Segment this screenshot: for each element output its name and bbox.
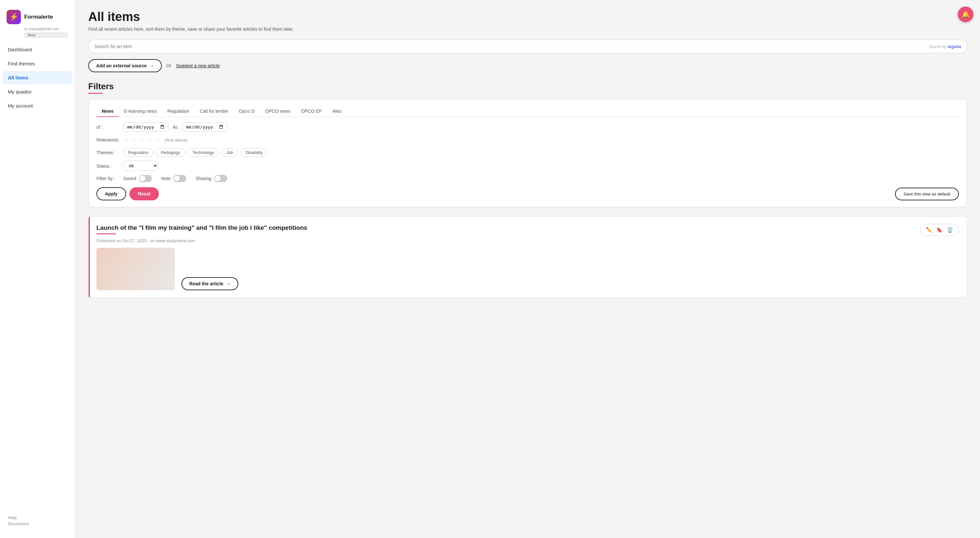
help-link[interactable]: Help [8,515,67,520]
sidebar-email: sz.soppa@gmail.com [0,26,75,31]
category-tab-elearning[interactable]: E-learning news [119,106,162,117]
date-from-label: of : [96,124,119,130]
delete-icon-button[interactable]: 🗑️ [945,226,955,234]
arrow-right-icon: → [150,63,154,68]
saved-toggle[interactable] [139,175,152,182]
sidebar-item-find-themes[interactable]: Find themes [3,57,72,70]
filter-by-label: Filter by : [96,176,119,181]
filters-box: News E-learning news Regulation Call for… [88,99,967,207]
article-title-bar: Launch of the "I film my training" and "… [96,224,959,237]
filter-actions: Apply Reset Save this view as default [96,187,959,201]
sharing-label: Sharing [196,176,211,181]
article-title-group: Launch of the "I film my training" and "… [96,224,307,237]
status-select[interactable]: All Read Unread [123,161,158,171]
sidebar-plan-badge: Basic [24,33,68,38]
action-row: Add an external source → Or Suggest a ne… [88,59,967,72]
arrow-right-icon: → [226,281,231,287]
category-tabs: News E-learning news Regulation Call for… [96,106,959,117]
search-input[interactable] [88,40,967,53]
category-tab-opco-ep[interactable]: OPCO EP [296,106,327,117]
save-view-button[interactable]: Save this view as default [895,188,959,201]
article-card: Launch of the "I film my training" and "… [88,216,967,298]
logo-icon: ⚡ [6,10,21,24]
article-meta: Published on Oct 27, 2023 , on www.study… [96,238,959,243]
and-above-label: (And above) [164,138,188,143]
theme-pill-disability[interactable]: Disability [240,148,267,157]
algolia-label: Search by algolia [929,44,961,49]
star-5[interactable]: ☆ [154,136,161,144]
sharing-toggle-container: Sharing [196,175,227,182]
saved-toggle-container: Saved [123,175,152,182]
article-action-group: ✏️ 🔖 🗑️ [920,224,959,236]
theme-pills: Regulation Pedagogy Technology Job Disab… [123,148,267,157]
article-image [96,248,175,290]
reset-button[interactable]: Reset [129,187,159,201]
note-toggle[interactable] [173,175,186,182]
date-to-input[interactable] [182,122,228,132]
star-2[interactable]: ☆ [131,136,138,144]
algolia-logo: algolia [948,44,961,49]
themes-filter-row: Themes: Regulation Pedagogy Technology J… [96,148,959,157]
article-bottom-row: Read the article → [96,248,959,290]
saved-label: Saved [123,176,136,181]
category-tab-opco2i[interactable]: Opco 2i [234,106,260,117]
or-label: Or [166,63,172,68]
date-to-label: At: [173,124,178,130]
star-1[interactable]: ☆ [123,136,130,144]
filters-title: Filters [88,81,967,92]
relevance-label: Relevance: [96,137,119,143]
page-title: All items [88,10,967,24]
filter-by-row: Filter by : Saved Note Sharing [96,175,959,182]
main-content: All items Find all recent articles here,… [75,0,980,538]
card-accent-border [89,217,90,298]
page-subtitle: Find all recent articles here, sort them… [88,27,967,32]
apply-button[interactable]: Apply [96,187,126,201]
sidebar-item-dashboard[interactable]: Dashboard [3,43,72,56]
sidebar-item-my-quadoc[interactable]: My quadoc [3,85,72,99]
category-tab-akto[interactable]: Akto [327,106,347,117]
app-name: Formalerte [24,14,53,20]
add-external-source-button[interactable]: Add an external source → [88,59,162,72]
sidebar-logo: ⚡ Formalerte [0,6,75,26]
category-tab-call-for-tender[interactable]: Call for tender [194,106,234,117]
themes-label: Themes: [96,150,119,155]
theme-pill-job[interactable]: Job [222,148,238,157]
sidebar-item-all-items[interactable]: All items [3,71,72,84]
theme-pill-regulation[interactable]: Regulation [123,148,153,157]
search-container: Search by algolia [88,40,967,53]
notification-bell-button[interactable]: 🔔 [958,6,974,22]
sidebar: ⚡ Formalerte sz.soppa@gmail.com Basic Da… [0,0,75,538]
category-tab-news[interactable]: News [96,106,119,117]
theme-pill-pedagogy[interactable]: Pedagogy [156,148,185,157]
sharing-toggle[interactable] [214,175,227,182]
note-label: Note [161,176,171,181]
status-filter-row: Status : All Read Unread [96,161,959,171]
sidebar-item-my-account[interactable]: My account [3,99,72,113]
status-label: Status : [96,164,119,169]
star-4[interactable]: ☆ [147,136,153,144]
article-title: Launch of the "I film my training" and "… [96,224,307,232]
suggest-article-link[interactable]: Suggest a new article [176,63,220,68]
edit-icon-button[interactable]: ✏️ [924,226,934,234]
article-actions: ✏️ 🔖 🗑️ [920,224,959,236]
relevance-filter-row: Relevance: ☆ ☆ ☆ ☆ ☆ (And above) [96,136,959,144]
date-from-input[interactable] [123,122,169,132]
filters-underline [88,93,103,94]
category-tab-regulation[interactable]: Regulation [162,106,194,117]
bookmark-icon-button[interactable]: 🔖 [935,226,944,234]
bell-icon: 🔔 [962,10,970,18]
filter-left-buttons: Apply Reset [96,187,159,201]
sidebar-footer: Help Disconnect [0,510,75,532]
theme-pill-technology[interactable]: Technology [188,148,219,157]
article-title-underline [96,233,116,234]
read-article-button[interactable]: Read the article → [181,277,238,290]
star-3[interactable]: ☆ [139,136,145,144]
date-filter-row: of : At: [96,122,959,132]
stars-row: ☆ ☆ ☆ ☆ ☆ (And above) [123,136,188,144]
note-toggle-container: Note [161,175,187,182]
disconnect-link[interactable]: Disconnect [8,521,67,526]
category-tab-opco-news[interactable]: OPCO news [260,106,296,117]
sidebar-nav: Dashboard Find themes All items My quado… [0,43,75,113]
